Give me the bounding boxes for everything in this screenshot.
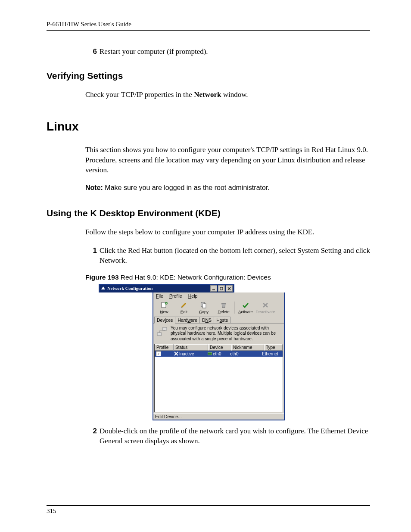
- tab-hardware[interactable]: Hardware: [175, 317, 200, 323]
- kde-intro: Follow the steps below to configure your…: [85, 227, 370, 237]
- toolbar-new-button[interactable]: + New: [154, 301, 174, 314]
- toolbar-delete-button[interactable]: Delete: [214, 301, 234, 314]
- nic-icon: [208, 352, 212, 356]
- step-text: Restart your computer (if prompted).: [100, 47, 370, 57]
- step-number: 2: [87, 426, 97, 446]
- figure-caption: Figure 193 Red Hat 9.0: KDE: Network Con…: [85, 274, 370, 281]
- text-fragment: Check your TCP/IP properties in the: [85, 90, 194, 99]
- step-number: 1: [87, 246, 97, 266]
- toolbar: + New Edit Copy Delete: [153, 300, 284, 315]
- status-bar: Edit Device...: [153, 413, 284, 420]
- maximize-button[interactable]: [218, 285, 225, 292]
- text-bold: Network: [100, 256, 125, 264]
- minimize-button[interactable]: [210, 285, 217, 292]
- heading-kde: Using the K Desktop Environment (KDE): [47, 208, 370, 218]
- verify-text: Check your TCP/IP properties in the Netw…: [85, 90, 370, 100]
- activate-icon: [241, 301, 250, 309]
- linux-paragraph: This section shows you how to configure …: [85, 145, 370, 175]
- page-footer: 315: [47, 505, 370, 515]
- new-icon: +: [160, 301, 168, 309]
- text-fragment: Double-click on the profile of the netwo…: [100, 427, 321, 435]
- cell-type: Ethernet: [261, 351, 283, 357]
- window-titlebar[interactable]: Network Configuration: [99, 284, 234, 292]
- window-system-icon: [100, 286, 106, 291]
- info-text: You may configure network devices associ…: [171, 326, 281, 342]
- step-text: Click the Red Hat button (located on the…: [100, 246, 370, 266]
- info-panel: You may configure network devices associ…: [153, 324, 284, 344]
- status-text: Inactive: [179, 352, 194, 356]
- table-header: Profile Status Device Nickname Type: [155, 344, 283, 351]
- heading-linux: Linux: [47, 120, 370, 134]
- cell-profile: ✓: [155, 351, 173, 357]
- note-label: Note:: [85, 184, 103, 191]
- note-root-admin: Note: Make sure you are logged in as the…: [85, 184, 370, 192]
- menu-profile[interactable]: Profile: [169, 293, 182, 299]
- delete-icon: [219, 301, 228, 309]
- menu-bar: File Profile Help: [153, 292, 284, 300]
- close-button[interactable]: [226, 285, 233, 292]
- window-title: Network Configuration: [107, 286, 210, 291]
- status-inactive-icon: [174, 352, 178, 356]
- svg-rect-23: [208, 352, 212, 355]
- tab-bar: Devices Hardware DNS Hosts: [153, 315, 284, 324]
- note-text: Make sure you are logged in as the root …: [103, 184, 270, 191]
- svg-rect-12: [202, 304, 206, 308]
- step-1: 1 Click the Red Hat button (located on t…: [87, 246, 370, 266]
- text-fragment: screen displays as shown.: [123, 437, 200, 445]
- copy-icon: [199, 301, 208, 309]
- text-fragment: .: [125, 256, 127, 264]
- page-number: 315: [47, 507, 56, 514]
- step-number: 6: [87, 47, 97, 57]
- col-profile[interactable]: Profile: [155, 344, 174, 351]
- text-bold-network: Network: [194, 90, 221, 99]
- tab-dns[interactable]: DNS: [199, 317, 214, 323]
- menu-file[interactable]: File: [156, 293, 163, 299]
- network-devices-icon: [156, 326, 168, 342]
- tab-hosts[interactable]: Hosts: [214, 317, 230, 323]
- toolbar-separator: [234, 302, 235, 314]
- figure-network-configuration: Network Configuration File Profile Help …: [100, 284, 234, 421]
- svg-rect-13: [221, 303, 226, 304]
- svg-rect-2: [220, 287, 223, 290]
- figure-label: Figure 193: [85, 274, 119, 281]
- text-bold: System Setting: [297, 246, 341, 255]
- device-text: eth0: [213, 352, 221, 356]
- svg-line-9: [182, 303, 186, 307]
- text-fragment: Click the Red Hat button (located on the…: [100, 246, 297, 255]
- step-6: 6 Restart your computer (if prompted).: [87, 47, 370, 57]
- text-fragment: and click: [342, 246, 370, 255]
- svg-text:+: +: [166, 302, 167, 305]
- svg-rect-1: [212, 289, 215, 290]
- cell-device: eth0: [206, 351, 229, 357]
- heading-verifying-settings: Verifying Settings: [47, 71, 370, 81]
- menu-help[interactable]: Help: [188, 293, 198, 299]
- toolbar-deactivate-button[interactable]: Deactivate: [255, 301, 275, 314]
- step-text: Double-click on the profile of the netwo…: [100, 426, 370, 446]
- figure-caption-text: Red Hat 9.0: KDE: Network Configuration:…: [119, 274, 271, 281]
- col-device[interactable]: Device: [208, 344, 231, 351]
- toolbar-copy-button[interactable]: Copy: [194, 301, 214, 314]
- edit-icon: [180, 301, 188, 309]
- cell-status: Inactive: [173, 351, 206, 357]
- col-status[interactable]: Status: [174, 344, 208, 351]
- deactivate-icon: [261, 301, 270, 309]
- svg-rect-16: [162, 327, 167, 330]
- tab-devices[interactable]: Devices: [154, 317, 175, 324]
- col-nickname[interactable]: Nickname: [231, 344, 264, 351]
- profile-checkbox-icon[interactable]: ✓: [156, 351, 161, 356]
- toolbar-edit-button[interactable]: Edit: [174, 301, 194, 314]
- table-row[interactable]: ✓ Inactive eth0 eth0 Ethernet: [155, 351, 283, 357]
- col-type[interactable]: Type: [264, 344, 283, 351]
- toolbar-activate-button[interactable]: Activate: [236, 301, 255, 314]
- svg-rect-17: [157, 333, 162, 336]
- cell-nickname: eth0: [229, 351, 261, 357]
- text-fragment: window.: [221, 90, 248, 99]
- running-header: P-661H/HW Series User's Guide: [47, 21, 370, 31]
- step-2: 2 Double-click on the profile of the net…: [87, 426, 370, 446]
- svg-marker-0: [101, 286, 105, 289]
- table-empty-area: [154, 357, 283, 412]
- device-table: Profile Status Device Nickname Type ✓ In…: [154, 344, 283, 357]
